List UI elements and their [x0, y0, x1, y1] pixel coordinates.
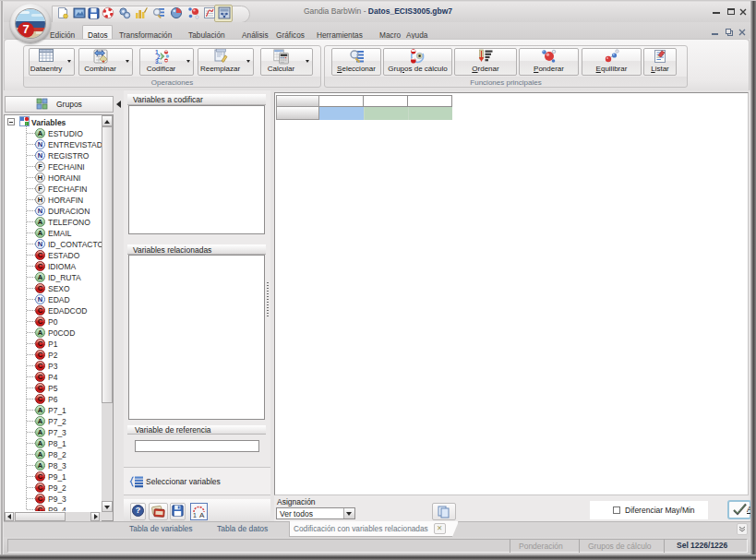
svg-text:1: 1 — [193, 512, 197, 518]
svg-text:A: A — [199, 511, 205, 518]
